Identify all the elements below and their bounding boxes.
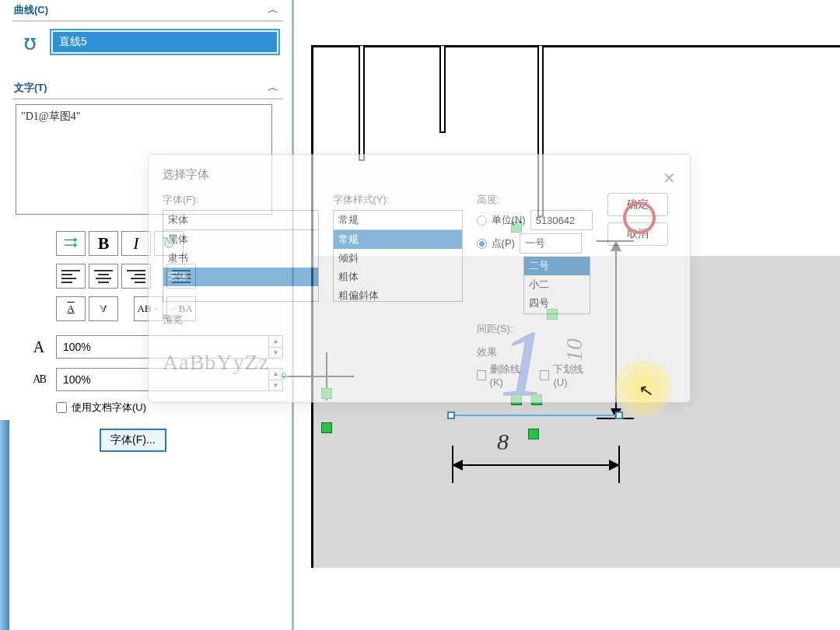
selection-line <box>450 415 620 416</box>
curve-type-icon[interactable]: ʊ <box>16 28 44 56</box>
selection-handle[interactable] <box>447 411 455 419</box>
unit-value-input[interactable] <box>530 210 593 230</box>
dim-h-value[interactable]: 8 <box>497 429 509 455</box>
text-header-label: 文字(T) <box>14 81 47 95</box>
close-icon[interactable]: ✕ <box>663 169 676 187</box>
curve-selection-field[interactable]: 直线5 <box>50 29 280 55</box>
unit-radio[interactable] <box>477 215 487 226</box>
underline-checkbox[interactable] <box>540 370 549 380</box>
effect-label: 效果 <box>477 345 593 359</box>
bold-button[interactable]: B <box>89 231 118 256</box>
dialog-title: 选择字体 <box>163 167 676 182</box>
align-right-button[interactable] <box>121 264 151 289</box>
text-section-header: 文字(T) ︿ <box>12 78 283 100</box>
height-label: 高度: <box>477 193 593 207</box>
tab-handle[interactable] <box>0 420 9 630</box>
curve-header-label: 曲线(C) <box>14 3 48 17</box>
chevron-up-icon[interactable]: ︿ <box>268 81 278 95</box>
flip-a-normal-button[interactable]: A <box>56 296 86 321</box>
font-list[interactable]: 黑体 隶书 宋体 <box>163 230 319 302</box>
point-value-input[interactable] <box>520 233 582 254</box>
strike-checkbox[interactable] <box>477 370 486 380</box>
italic-button[interactable]: I <box>121 231 151 256</box>
horizontal-dimension[interactable] <box>452 464 620 466</box>
curve-section-header: 曲线(C) ︿ <box>12 0 283 22</box>
align-center-button[interactable] <box>89 264 118 289</box>
selection-handle[interactable] <box>615 411 623 419</box>
preview-label: 预览 <box>163 313 319 327</box>
width-icon: A <box>28 338 50 356</box>
chevron-up-icon[interactable]: ︿ <box>268 3 278 17</box>
font-style-input[interactable] <box>333 210 463 230</box>
curve-selection-value: 直线5 <box>53 32 277 52</box>
style-list[interactable]: 常规 倾斜 粗体 粗偏斜体 <box>333 230 463 302</box>
highlight-ring-icon <box>623 201 656 234</box>
use-doc-font-label: 使用文档字体(U) <box>72 401 146 415</box>
font-dialog-button[interactable]: 字体(F)... <box>100 429 166 452</box>
align-left-button[interactable] <box>56 264 86 289</box>
preview-text: AaBbYyZz <box>163 350 319 375</box>
spacing-label: 间距(S): <box>477 322 593 336</box>
font-dialog[interactable]: 选择字体 ✕ 字体(F): 黑体 隶书 宋体 预览 AaBbYyZz 字体样式(… <box>148 154 691 403</box>
spacing-icon: AB <box>28 373 50 386</box>
size-list[interactable]: 二号 小二 四号 小四 <box>523 257 590 314</box>
point-radio[interactable] <box>477 239 487 249</box>
link-variable-icon[interactable]: ⮆ <box>56 231 86 256</box>
font-name-input[interactable] <box>163 210 319 230</box>
sketch-node[interactable] <box>528 429 539 439</box>
use-doc-font-checkbox[interactable] <box>56 402 67 413</box>
flip-a-invert-button[interactable]: A <box>89 296 118 321</box>
font-label: 字体(F): <box>163 193 319 207</box>
style-label: 字体样式(Y): <box>333 193 463 207</box>
